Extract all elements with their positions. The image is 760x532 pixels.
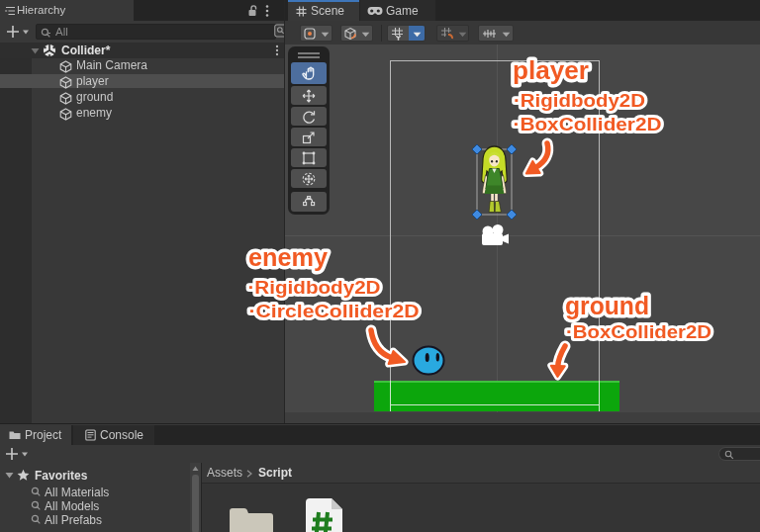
svg-text:·BoxCollider2D: ·BoxCollider2D [514,114,662,134]
svg-text:·Rigidbody2D: ·Rigidbody2D [248,277,381,298]
svg-text:·Rigidbody2D: ·Rigidbody2D [514,90,645,111]
svg-text:·CircleCollider2D: ·CircleCollider2D [249,301,420,321]
svg-text:·BoxCollider2D: ·BoxCollider2D [566,321,712,342]
svg-text:ground: ground [565,292,649,319]
svg-text:enemy: enemy [248,243,328,271]
svg-text:player: player [513,56,589,84]
